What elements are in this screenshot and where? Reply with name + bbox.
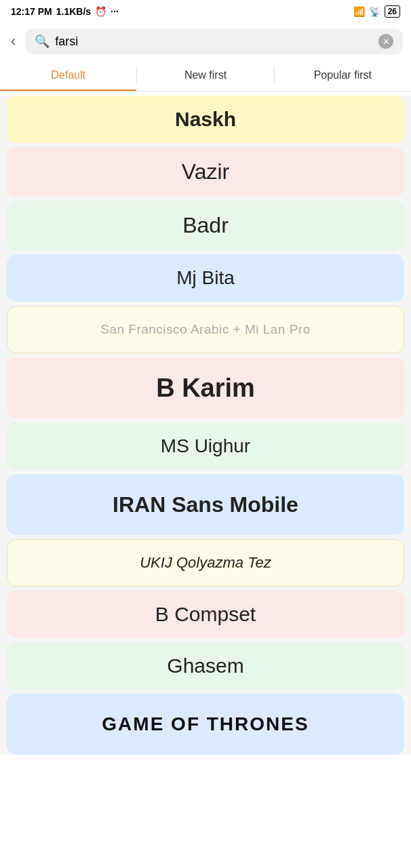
tab-popular-first-label: Popular first [314,69,372,81]
font-name-ms-uighur: MS Uighur [161,435,250,457]
font-item-sf-arabic[interactable]: San Francisco Arabic + Mi Lan Pro [7,306,404,353]
font-item-b-compset[interactable]: B Compset [7,591,404,638]
tab-popular-first[interactable]: Popular first [275,60,411,91]
back-button[interactable]: ‹ [8,31,18,52]
status-left: 12:17 PM 1.1KB/s ⏰ ··· [11,6,119,17]
search-input[interactable]: farsi [55,35,373,49]
font-name-iran-sans: IRAN Sans Mobile [113,492,298,517]
font-name-ghasem: Ghasem [167,654,243,677]
font-name-badr: Badr [182,213,229,238]
tab-new-first-label: New first [184,69,227,81]
tab-new-first[interactable]: New first [137,60,273,91]
font-item-b-karim[interactable]: B Karim [7,357,404,418]
tab-default-label: Default [51,69,85,81]
font-item-ghasem[interactable]: Ghasem [7,642,404,690]
signal-icon: 📶 [353,6,365,17]
font-name-ukij: UKIJ Qolyazma Tez [140,554,271,572]
font-name-vazir: Vazir [182,159,230,184]
search-bar[interactable]: 🔍 farsi ✕ [25,28,403,54]
clear-icon-symbol: ✕ [383,37,390,47]
speed: 1.1KB/s [56,6,91,17]
filter-tabs: Default New first Popular first [0,60,411,92]
font-item-mj-bita[interactable]: Mj Bita [7,254,404,302]
font-item-badr[interactable]: Badr [7,201,404,250]
font-list: Naskh Vazir Badr Mj Bita San Francisco A… [0,96,411,755]
tab-default[interactable]: Default [0,60,136,91]
status-bar: 12:17 PM 1.1KB/s ⏰ ··· 📶 📡 26 [0,0,411,23]
font-name-sf-arabic: San Francisco Arabic + Mi Lan Pro [100,322,311,337]
font-item-ms-uighur[interactable]: MS Uighur [7,422,404,470]
status-right: 📶 📡 26 [353,5,400,18]
font-name-naskh: Naskh [175,108,236,131]
font-name-mj-bita: Mj Bita [176,267,235,289]
search-area: ‹ 🔍 farsi ✕ [0,23,411,60]
time: 12:17 PM [11,6,52,17]
font-name-b-karim: B Karim [156,374,255,403]
clear-button[interactable]: ✕ [378,34,393,49]
search-icon: 🔍 [35,34,50,49]
alarm-icon: ⏰ [95,6,106,17]
font-item-game-of-thrones[interactable]: GAME OF THRONES [7,694,404,755]
font-item-iran-sans[interactable]: IRAN Sans Mobile [7,474,404,535]
font-item-naskh[interactable]: Naskh [7,96,404,143]
wifi-icon: 📡 [369,6,380,17]
more-icon: ··· [111,6,119,17]
battery: 26 [385,5,400,18]
font-name-b-compset: B Compset [155,603,256,626]
font-name-game-of-thrones: GAME OF THRONES [102,713,309,735]
font-item-ukij[interactable]: UKIJ Qolyazma Tez [7,539,404,587]
font-item-vazir[interactable]: Vazir [7,147,404,197]
